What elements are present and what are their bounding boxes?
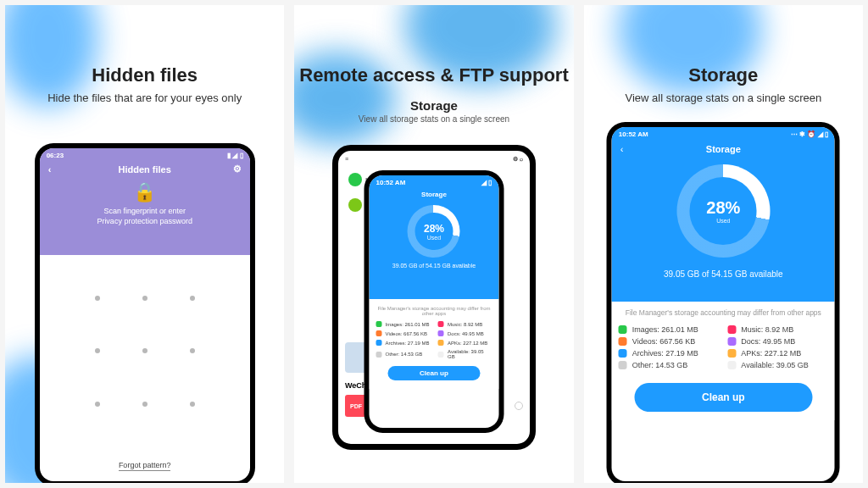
- panel-hidden-files: Hidden files Hide the files that are for…: [5, 5, 284, 483]
- pct-label: 28%: [706, 198, 740, 218]
- used-label: Used: [716, 218, 730, 224]
- stat-item: Other: 14.53 GB: [376, 349, 430, 359]
- color-swatch: [727, 361, 736, 369]
- panel-remote-ftp: Remote access & FTP support Storage View…: [294, 5, 573, 483]
- hidden-title: Hidden files: [40, 164, 250, 175]
- color-swatch: [376, 340, 381, 346]
- color-swatch: [376, 330, 381, 336]
- back-icon[interactable]: ‹: [620, 144, 624, 154]
- stat-item: Videos: 667.56 KB: [619, 337, 720, 346]
- panel-storage: Storage View all storage stats on a sing…: [584, 5, 863, 483]
- color-swatch: [619, 325, 627, 334]
- status-bar: 10:52 AM ⋯ ✱ ⏰ ◢ ▯: [612, 127, 835, 141]
- pattern-grid[interactable]: [40, 255, 250, 456]
- stat-label: Videos: 667.56 KB: [385, 331, 427, 336]
- stat-label: Archives: 27.19 MB: [632, 349, 698, 358]
- stat-label: Archives: 27.19 MB: [385, 341, 429, 346]
- note-text: File Manager's storage accounting may di…: [376, 306, 492, 316]
- stat-item: Music: 8.92 MB: [727, 325, 828, 334]
- color-swatch: [376, 321, 381, 327]
- foreground-phone: 10:52 AM◢ ▯ Storage 28% Used 39.05 GB of…: [364, 170, 504, 433]
- storage-phone: 10:52 AM ⋯ ✱ ⏰ ◢ ▯ ‹ Storage 28% Used 39…: [607, 122, 840, 483]
- stat-item: Docs: 49.95 MB: [727, 337, 828, 346]
- avail-label: 39.05 GB of 54.15 GB available: [664, 269, 783, 279]
- status-icons: ▮ ◢ ▯: [227, 152, 242, 159]
- stat-label: Music: 8.92 MB: [741, 325, 793, 334]
- stat-label: APKs: 227.12 MB: [448, 341, 487, 346]
- stat-item: APKs: 227.12 MB: [438, 340, 492, 346]
- color-swatch: [727, 337, 736, 346]
- note-text: File Manager's storage accounting may di…: [619, 308, 828, 317]
- panel1-heading: Hidden files: [92, 64, 198, 86]
- lock-icon: 🔒: [133, 181, 156, 203]
- stat-label: Other: 14.53 GB: [632, 361, 688, 369]
- cleanup-button[interactable]: Clean up: [387, 366, 481, 380]
- status-icons: ⋯ ✱ ⏰ ◢ ▯: [791, 130, 828, 138]
- overlay-heading: Storage View all storage stats on a sing…: [294, 98, 573, 124]
- used-label: Used: [427, 235, 441, 241]
- stats-block: File Manager's storage accounting may di…: [612, 302, 835, 420]
- stat-item: Available: 39.05 GB: [438, 349, 492, 359]
- panel2-heading: Remote access & FTP support: [299, 64, 568, 86]
- storage-title: Storage: [421, 191, 447, 198]
- storage-donut: 28% Used: [676, 164, 770, 258]
- color-swatch: [727, 349, 736, 358]
- status-time: 10:52 AM: [619, 130, 648, 138]
- stat-label: Available: 39.05 GB: [741, 361, 808, 369]
- color-swatch: [376, 352, 381, 358]
- stats-block: File Manager's storage accounting may di…: [369, 299, 498, 389]
- color-swatch: [438, 352, 444, 358]
- color-swatch: [438, 340, 444, 346]
- stat-item: Other: 14.53 GB: [619, 361, 720, 369]
- color-swatch: [438, 330, 444, 336]
- color-swatch: [619, 361, 627, 369]
- storage-header: Storage 28% Used 39.05 GB of 54.15 GB av…: [369, 189, 498, 299]
- panel3-sub: View all storage stats on a single scree…: [620, 92, 826, 104]
- stat-label: Docs: 49.95 MB: [741, 337, 795, 346]
- stat-item: Archives: 27.19 MB: [376, 340, 430, 346]
- pct-label: 28%: [424, 223, 444, 235]
- stat-label: Docs: 49.95 MB: [448, 331, 484, 336]
- stat-item: Images: 261.01 MB: [376, 321, 430, 327]
- stat-item: Docs: 49.95 MB: [438, 330, 492, 336]
- cleanup-button[interactable]: Clean up: [634, 383, 812, 412]
- hint-text: Scan fingerprint or enterPrivacy protect…: [97, 207, 192, 226]
- forgot-pattern-link[interactable]: Forgot pattern?: [40, 456, 250, 481]
- status-bar: 06:23 ▮ ◢ ▯: [40, 148, 250, 162]
- color-swatch: [438, 321, 444, 327]
- stat-label: Videos: 667.56 KB: [632, 337, 695, 346]
- stat-label: Music: 8.92 MB: [448, 322, 482, 327]
- stat-label: Images: 261.01 MB: [385, 322, 429, 327]
- select-circle-icon[interactable]: [515, 402, 523, 410]
- storage-header: ‹ Storage 28% Used 39.05 GB of 54.15 GB …: [612, 141, 835, 302]
- panel3-heading: Storage: [688, 64, 758, 86]
- stat-label: Available: 39.05 GB: [448, 349, 492, 359]
- stat-label: APKs: 227.12 MB: [741, 349, 801, 358]
- status-bar: 10:52 AM◢ ▯: [369, 175, 498, 189]
- avail-label: 39.05 GB of 54.15 GB available: [392, 263, 476, 269]
- stat-item: Music: 8.92 MB: [438, 321, 492, 327]
- stat-label: Other: 14.53 GB: [385, 352, 422, 357]
- stat-item: APKs: 227.12 MB: [727, 349, 828, 358]
- color-swatch: [727, 325, 736, 334]
- stat-label: Images: 261.01 MB: [632, 325, 698, 334]
- storage-title: Storage: [706, 144, 741, 154]
- stat-item: Archives: 27.19 MB: [619, 349, 720, 358]
- hidden-header: ‹ Hidden files ⚙ 🔒 Scan fingerprint or e…: [40, 162, 250, 255]
- color-swatch: [619, 337, 627, 346]
- phone-hidden-files: 06:23 ▮ ◢ ▯ ‹ Hidden files ⚙ 🔒 Scan fing…: [35, 143, 255, 483]
- stat-item: Videos: 667.56 KB: [376, 330, 430, 336]
- panel1-sub: Hide the files that are for your eyes on…: [42, 92, 247, 104]
- stat-item: Available: 39.05 GB: [727, 361, 828, 369]
- status-time: 06:23: [47, 152, 64, 159]
- storage-donut: 28% Used: [408, 205, 460, 258]
- color-swatch: [619, 349, 627, 358]
- stat-item: Images: 261.01 MB: [619, 325, 720, 334]
